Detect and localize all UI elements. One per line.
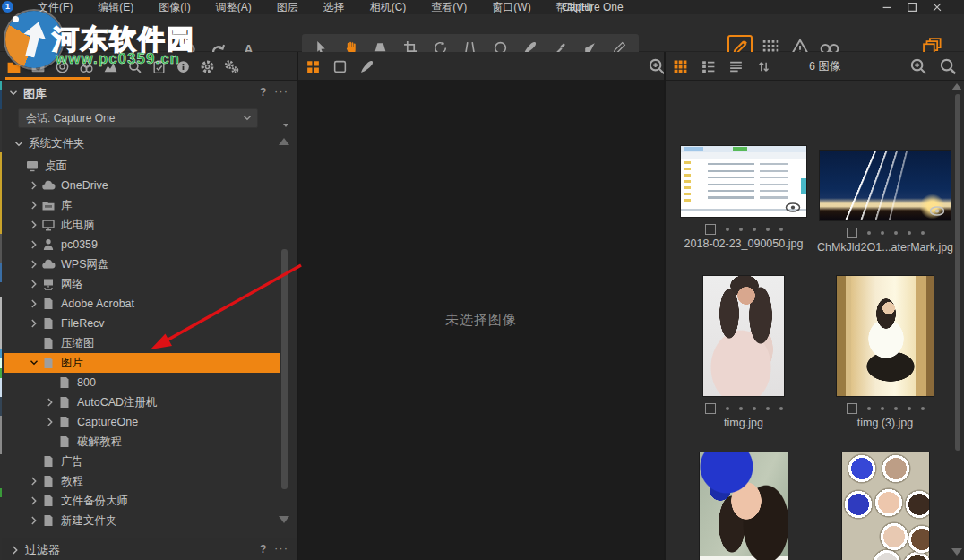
exposure-curve-icon[interactable]	[102, 56, 118, 77]
rating-dot[interactable]	[779, 228, 783, 231]
help-icon[interactable]: ?	[260, 543, 266, 556]
filters-bar[interactable]: 过滤器 ? ···	[0, 538, 297, 560]
compact-list-view-icon[interactable]	[726, 56, 745, 77]
menu-item-0[interactable]: 文件(F)	[25, 0, 85, 14]
search-icon[interactable]	[938, 56, 958, 77]
tree-item-12[interactable]: AutoCAD注册机	[4, 392, 280, 412]
rating-dot[interactable]	[894, 407, 898, 410]
tree-item-3[interactable]: 此电脑	[4, 215, 280, 235]
chevron-right-icon[interactable]	[27, 495, 41, 507]
select-checkbox[interactable]	[705, 403, 716, 414]
tree-item-2[interactable]: 库	[4, 195, 280, 215]
list-view-icon[interactable]	[698, 56, 718, 77]
menu-item-2[interactable]: 图像(I)	[146, 0, 202, 14]
rating-dot[interactable]	[881, 407, 884, 410]
adjustments-clipboard-icon[interactable]	[151, 56, 167, 77]
scroll-down-icon[interactable]	[951, 548, 962, 556]
thumbnail-image[interactable]	[703, 276, 784, 396]
chevron-down-icon[interactable]	[7, 87, 20, 99]
menu-item-1[interactable]: 编辑(E)	[85, 0, 146, 14]
tree-item-11[interactable]: 800	[4, 373, 280, 392]
rating-dot[interactable]	[779, 407, 783, 410]
settings-gear-icon[interactable]	[199, 56, 215, 77]
menu-item-4[interactable]: 图层	[264, 0, 311, 14]
grid-view-icon[interactable]	[670, 56, 690, 77]
rating-dot[interactable]	[726, 407, 729, 410]
select-checkbox[interactable]	[847, 228, 857, 238]
sort-arrows-icon[interactable]	[753, 56, 773, 77]
maximize-icon[interactable]	[903, 1, 921, 13]
more-menu-icon[interactable]: ···	[274, 84, 288, 98]
more-menu-icon[interactable]: ···	[274, 541, 288, 555]
chevron-right-icon[interactable]	[27, 219, 41, 231]
tree-item-9[interactable]: 压缩图	[4, 333, 280, 353]
chevron-right-icon[interactable]	[27, 475, 41, 487]
tree-item-17[interactable]: 文件备份大师	[4, 491, 280, 511]
chevron-right-icon[interactable]	[27, 297, 41, 310]
rating-dot[interactable]	[766, 407, 770, 410]
menu-item-3[interactable]: 调整(A)	[203, 0, 264, 14]
close-icon[interactable]	[928, 1, 946, 13]
viewer-brush-icon[interactable]	[357, 56, 376, 77]
rating-dot[interactable]	[908, 231, 911, 235]
rating-dot[interactable]	[739, 228, 743, 231]
chevron-right-icon[interactable]	[27, 278, 41, 290]
scrollbar-thumb[interactable]	[955, 94, 960, 451]
tree-item-14[interactable]: 破解教程	[4, 432, 280, 452]
tree-item-5[interactable]: WPS网盘	[4, 254, 280, 274]
select-checkbox[interactable]	[705, 224, 716, 235]
tree-item-18[interactable]: 新建文件夹	[4, 511, 280, 530]
thumbnail-image[interactable]	[820, 151, 951, 220]
scroll-down-icon[interactable]	[279, 516, 289, 523]
rating-dot[interactable]	[908, 407, 911, 410]
chevron-right-icon[interactable]	[43, 416, 57, 428]
rating-dot[interactable]	[894, 231, 898, 235]
library-folder-icon[interactable]	[5, 56, 22, 77]
tree-item-10[interactable]: 图片	[4, 353, 280, 373]
menu-item-7[interactable]: 查看(V)	[418, 0, 479, 14]
menu-item-8[interactable]: 窗口(W)	[479, 0, 543, 14]
scroll-up-icon[interactable]	[951, 83, 962, 90]
tree-item-13[interactable]: CaptureOne	[4, 412, 280, 432]
thumbnail-image[interactable]	[681, 146, 806, 217]
eye-icon[interactable]	[784, 201, 802, 212]
rating-dot[interactable]	[867, 407, 871, 410]
menu-item-6[interactable]: 相机(C)	[357, 0, 419, 14]
system-folders-group[interactable]: 系统文件夹	[13, 136, 85, 151]
chevron-right-icon[interactable]	[27, 199, 41, 211]
details-magnifier-icon[interactable]	[126, 56, 142, 77]
tree-item-1[interactable]: OneDrive	[4, 176, 280, 195]
select-checkbox[interactable]	[847, 403, 857, 414]
rating-dot[interactable]	[753, 407, 756, 410]
minimize-icon[interactable]	[878, 1, 896, 13]
help-icon[interactable]: ?	[260, 86, 266, 99]
tree-item-7[interactable]: Adobe Acrobat	[4, 294, 280, 314]
eye-icon[interactable]	[928, 204, 946, 216]
tree-item-6[interactable]: 网络	[4, 274, 280, 294]
menu-item-5[interactable]: 选择	[311, 0, 357, 14]
rating-dot[interactable]	[766, 228, 770, 231]
camera-icon[interactable]	[30, 56, 46, 77]
tree-item-0[interactable]: 桌面	[4, 156, 280, 176]
chevron-right-icon[interactable]	[27, 317, 41, 330]
tree-item-15[interactable]: 广告	[4, 452, 280, 471]
session-select[interactable]: 会话: Capture One	[18, 108, 258, 128]
chevron-right-icon[interactable]	[27, 179, 41, 192]
metadata-info-icon[interactable]	[175, 56, 191, 77]
chevron-down-icon[interactable]	[27, 357, 41, 369]
lens-icon[interactable]	[54, 56, 70, 77]
chevron-right-icon[interactable]	[27, 258, 41, 271]
process-gears-icon[interactable]	[223, 56, 239, 77]
scroll-up-icon[interactable]	[279, 138, 289, 145]
rating-dot[interactable]	[881, 231, 884, 235]
add-collection-button[interactable]	[269, 110, 288, 126]
chevron-right-icon[interactable]	[43, 396, 57, 409]
tree-item-4[interactable]: pc0359	[4, 235, 280, 254]
rating-dot[interactable]	[739, 407, 743, 410]
tree-item-16[interactable]: 教程	[4, 471, 280, 491]
rating-dot[interactable]	[921, 231, 925, 235]
thumbnail-image[interactable]	[842, 452, 929, 560]
single-view-icon[interactable]	[330, 56, 349, 77]
color-wheels-icon[interactable]	[78, 56, 94, 77]
thumbnail-image[interactable]	[837, 276, 934, 396]
